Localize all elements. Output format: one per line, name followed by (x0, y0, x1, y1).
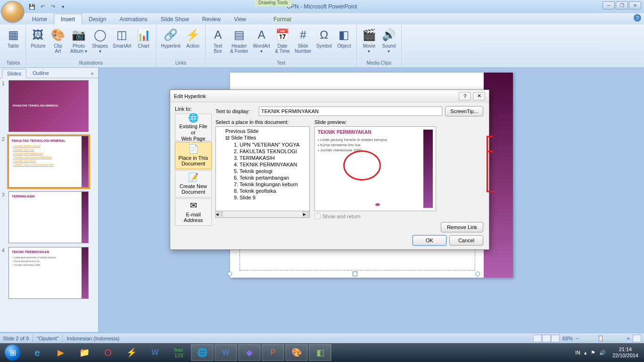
sound--button[interactable]: 🔊Sound▾ (380, 26, 398, 55)
tab-review[interactable]: Review (196, 14, 227, 25)
task-word2[interactable]: W (215, 344, 237, 361)
redo-icon[interactable]: ↷ (48, 2, 58, 11)
status-language[interactable]: Indonesian (Indonesia) (66, 336, 119, 341)
task-paint[interactable]: 🎨 (285, 344, 308, 361)
wordart--button[interactable]: AWordArt▾ (251, 26, 272, 55)
linkto-existing-file-or-web-page[interactable]: 🌐Existing File orWeb Page (175, 114, 212, 141)
linkto-place-in-this-document[interactable]: 📄Place in This Document (175, 142, 212, 169)
zoom-slider[interactable] (582, 337, 624, 339)
tray-flag-icon[interactable]: ⚑ (591, 350, 595, 356)
task-chrome[interactable]: 🌐 (191, 344, 214, 361)
zoom-in-icon[interactable]: + (627, 336, 630, 341)
taskbar-clock[interactable]: 21:1422/10/2014 (610, 346, 641, 360)
movie--button[interactable]: 🎬Movie▾ (360, 26, 379, 55)
tree-item[interactable]: 7. Teknik lingkungan kebum (217, 181, 308, 188)
document-tree[interactable]: Previous Slide⊟ Slide Titles1. UPN "VETE… (215, 126, 310, 211)
table-button[interactable]: ▦Table (4, 26, 23, 49)
text-box-button[interactable]: ATextBox (208, 26, 227, 55)
symbol-button[interactable]: ΩSymbol (314, 26, 334, 49)
office-button[interactable] (1, 1, 25, 23)
task-app1[interactable]: ◆ (238, 344, 261, 361)
task-hao123[interactable]: hao123 (167, 344, 190, 361)
task-app2[interactable]: ◧ (309, 344, 331, 361)
start-button[interactable]: ⊞ (0, 343, 25, 362)
tree-item[interactable]: 9. Slide 9 (217, 194, 308, 201)
task-powerpoint[interactable]: P (262, 344, 284, 361)
task-opera[interactable]: O (97, 344, 119, 361)
hyperlink-button[interactable]: 🔗Hyperlink (159, 26, 183, 49)
tree-item[interactable]: 2. FAKULTAS TEKNOLOGI (217, 148, 308, 155)
tab-outline[interactable]: Outline (27, 68, 54, 78)
restore-button[interactable]: ❐ (616, 1, 628, 9)
linkto-e-mail-address[interactable]: ✉E-mail Address (175, 198, 212, 226)
task-winamp[interactable]: ⚡ (120, 344, 143, 361)
slide-thumbnail-1[interactable]: FAKULTAS TEKNOLOGI MINERAL (8, 80, 89, 132)
ok-button[interactable]: OK (413, 235, 446, 246)
screentip-button[interactable]: ScreenTip... (445, 106, 483, 116)
tree-item[interactable]: 4. TEKNIK PERMINYAKAN (217, 161, 308, 168)
tree-item[interactable]: 6. Teknik pertambangan (217, 174, 308, 181)
selection-handle[interactable] (227, 272, 232, 276)
selection-handle[interactable] (353, 272, 357, 276)
tab-design[interactable]: Design (82, 14, 113, 25)
smartart-button[interactable]: ◫SmartArt (111, 26, 133, 49)
task-word[interactable]: W (144, 344, 166, 361)
tree-item[interactable]: 8. Teknik geofisika (217, 188, 308, 194)
photo-album--button[interactable]: 📷PhotoAlbum ▾ (68, 26, 89, 55)
tree-item[interactable]: 5. Teknik geologi (217, 168, 308, 174)
zoom-level[interactable]: 68% (562, 336, 573, 341)
save-icon[interactable]: 💾 (27, 2, 37, 11)
task-media[interactable]: ▶ (50, 344, 72, 361)
text-display-input[interactable] (259, 107, 442, 116)
input-indicator[interactable]: IN (575, 350, 580, 355)
undo-icon[interactable]: ↶ (38, 2, 47, 11)
tree-item[interactable]: 1. UPN "VETERAN" YOGYA (217, 141, 308, 148)
remove-link-button[interactable]: Remove Link (441, 222, 483, 232)
fit-window-button[interactable] (633, 335, 641, 342)
zoom-out-icon[interactable]: − (576, 336, 578, 341)
tab-slide-show[interactable]: Slide Show (154, 14, 196, 25)
help-icon[interactable]: ? (634, 14, 641, 22)
normal-view-button[interactable] (533, 335, 542, 342)
shapes--button[interactable]: ◯Shapes▾ (90, 26, 110, 55)
minimize-button[interactable]: ─ (603, 1, 615, 9)
tab-home[interactable]: Home (25, 14, 54, 25)
linkto-create-new-document[interactable]: 📝Create NewDocument (175, 170, 212, 197)
slide-thumbnail-3[interactable]: TERIMAKASIH (8, 191, 89, 243)
dialog-close-button[interactable]: ✕ (473, 92, 485, 100)
sorter-view-button[interactable] (542, 335, 551, 342)
ribbon-group-illustrations: 🖼Picture🎨ClipArt📷PhotoAlbum ▾◯Shapes▾◫Sm… (26, 25, 157, 66)
qat-dropdown-icon[interactable]: ▾ (58, 2, 68, 11)
clip-art-button[interactable]: 🎨ClipArt (49, 26, 67, 55)
cancel-button[interactable]: Cancel (449, 235, 483, 246)
tray-volume-icon[interactable]: 🔊 (599, 350, 606, 356)
task-ie[interactable]: e (26, 344, 49, 361)
slide-number-button[interactable]: #SlideNumber (293, 26, 314, 55)
tab-slides[interactable]: Slides (2, 69, 26, 78)
date-time-button[interactable]: 📅Date& Time (273, 26, 292, 55)
panel-close-icon[interactable]: × (90, 69, 95, 78)
picture-button[interactable]: 🖼Picture (29, 26, 48, 49)
tab-insert[interactable]: Insert (54, 14, 82, 25)
object-button[interactable]: ◧Object (335, 26, 354, 49)
panel-tabs: Slides Outline × (0, 68, 98, 78)
close-button[interactable]: ✕ (629, 1, 641, 9)
action-button[interactable]: ⚡Action (183, 26, 202, 49)
dialog-title-bar[interactable]: Edit Hyperlink ? ✕ (170, 90, 489, 102)
tab-format[interactable]: Format (267, 14, 298, 25)
tab-view[interactable]: View (227, 14, 253, 25)
tree-scrollbar[interactable]: ◂ ▸ (215, 211, 310, 218)
tree-item[interactable]: ⊟ Slide Titles (217, 134, 308, 141)
tree-item[interactable]: Previous Slide (217, 128, 308, 134)
chart-button[interactable]: 📊Chart (134, 26, 153, 49)
header-footer-button[interactable]: ▤Header& Footer (228, 26, 250, 55)
task-explorer[interactable]: 📁 (73, 344, 96, 361)
selection-handle[interactable] (475, 272, 480, 276)
slide-thumbnail-2[interactable]: FAKULTAS TEKNOLOGI MINERAL• TEKNIK PERMI… (8, 136, 89, 188)
tab-animations[interactable]: Animations (113, 14, 154, 25)
slideshow-view-button[interactable] (551, 335, 560, 342)
slide-thumbnail-4[interactable]: TEKNIK PERMINYAKAN• Letak gedung berada … (8, 247, 89, 299)
dialog-help-button[interactable]: ? (459, 92, 471, 100)
tree-item[interactable]: 3. TERIMAKASIH (217, 155, 308, 161)
tray-up-icon[interactable]: ▴ (584, 350, 587, 356)
